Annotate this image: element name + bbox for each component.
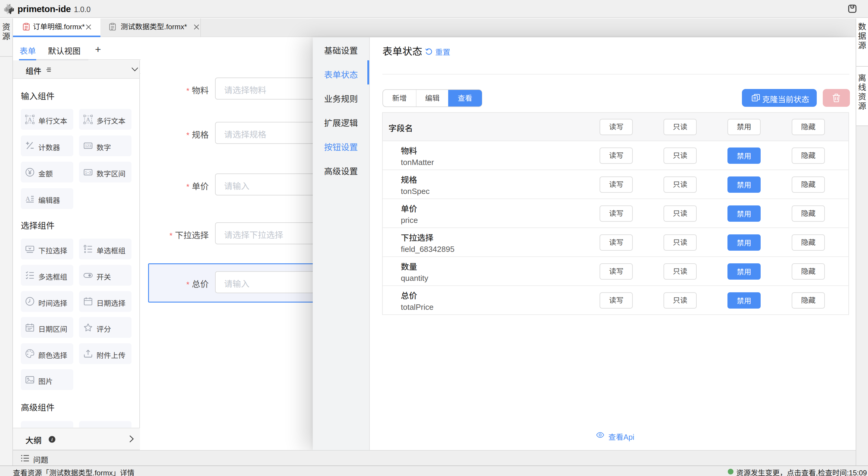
svg-text:i: i	[51, 437, 53, 442]
